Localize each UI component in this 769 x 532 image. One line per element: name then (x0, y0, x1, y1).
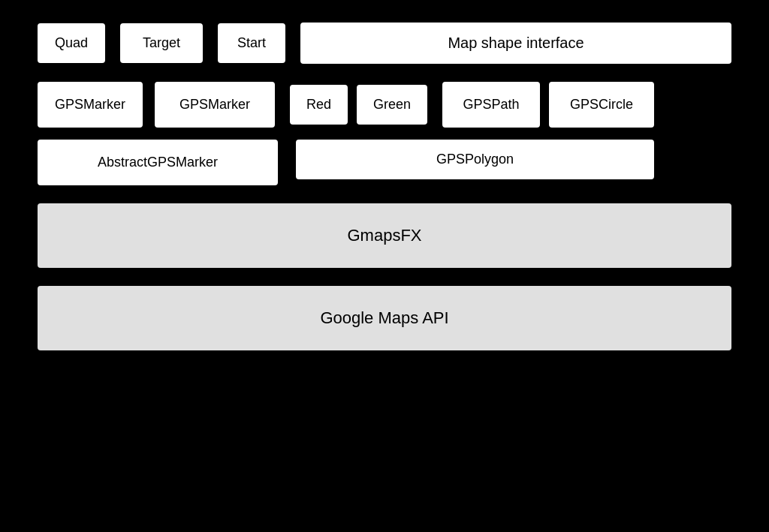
map-shape-box: Map shape interface (300, 23, 731, 64)
gpscircle-box: GPSCircle (549, 82, 654, 128)
markers-group: GPSMarker GPSMarker (38, 82, 278, 128)
row-2: GPSMarker GPSMarker AbstractGPSMarker Re… (38, 82, 731, 185)
start-label: Start (237, 35, 266, 51)
gmapsfx-box: GmapsFX (38, 203, 731, 268)
row-3: GmapsFX (38, 203, 731, 268)
abstract-gpsmarker-box: AbstractGPSMarker (38, 140, 278, 185)
gpsmarker1-box: GPSMarker (38, 82, 143, 128)
start-box: Start (218, 23, 285, 63)
gpsmarker1-label: GPSMarker (55, 97, 125, 113)
row-4: Google Maps API (38, 286, 731, 350)
target-box: Target (120, 23, 203, 63)
green-box: Green (357, 85, 427, 125)
map-shape-label: Map shape interface (448, 35, 584, 52)
green-label: Green (373, 97, 411, 113)
row-2-right: Red Green GPSPath GPSCircle GPSPolygon (290, 82, 654, 179)
row-2-right-top: Red Green GPSPath GPSCircle (290, 82, 654, 128)
gpspath-box: GPSPath (442, 82, 540, 128)
quad-box: Quad (38, 23, 105, 63)
gmapsfx-label: GmapsFX (347, 226, 421, 245)
gpsmarker2-label: GPSMarker (179, 97, 250, 113)
abstract-label: AbstractGPSMarker (98, 155, 218, 170)
row-2-left: GPSMarker GPSMarker AbstractGPSMarker (38, 82, 278, 185)
target-label: Target (143, 35, 180, 51)
diagram-container: Quad Target Start Map shape interface GP… (0, 0, 769, 532)
gpscircle-label: GPSCircle (570, 97, 633, 113)
gpspolygon-box: GPSPolygon (296, 140, 654, 179)
red-label: Red (306, 97, 331, 113)
row-1: Quad Target Start Map shape interface (38, 23, 731, 64)
gpspolygon-label: GPSPolygon (436, 152, 514, 167)
gpspath-label: GPSPath (463, 97, 520, 113)
red-box: Red (290, 85, 348, 125)
gpsmarker2-box: GPSMarker (155, 82, 275, 128)
quad-label: Quad (55, 35, 88, 51)
googlemaps-label: Google Maps API (320, 308, 448, 328)
googlemaps-box: Google Maps API (38, 286, 731, 350)
